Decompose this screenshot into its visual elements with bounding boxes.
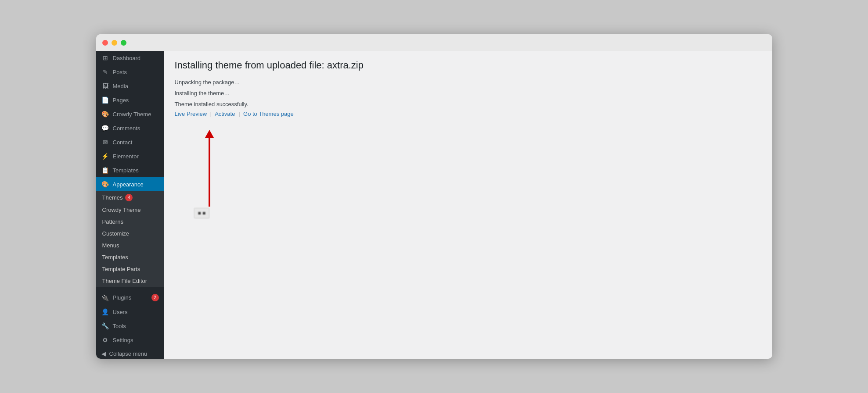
arrow-head: [205, 130, 214, 138]
main-content: Installing theme from uploaded file: axt…: [164, 51, 772, 359]
message-unpacking: Unpacking the package…: [175, 78, 762, 87]
appearance-submenu: Themes 4 Crowdy Theme Patterns Customize…: [96, 191, 164, 287]
sidebar-item-label: Posts: [113, 69, 127, 75]
sidebar-item-label: Media: [113, 83, 128, 89]
separator-1: |: [210, 111, 212, 117]
crowdy-theme-icon: 🎨: [101, 111, 109, 118]
templates-sub-label: Templates: [102, 254, 128, 261]
media-icon: 🖼: [101, 82, 109, 89]
sidebar-item-label: Appearance: [113, 181, 144, 188]
sidebar: ⊞ Dashboard ✎ Posts 🖼 Media 📄 Pages 🎨 Cr…: [96, 51, 164, 359]
install-messages: Unpacking the package… Installing the th…: [175, 78, 762, 109]
sidebar-item-dashboard[interactable]: ⊞ Dashboard: [96, 51, 164, 65]
pages-icon: 📄: [101, 96, 109, 104]
message-installing: Installing the theme…: [175, 89, 762, 98]
sidebar-item-label: Users: [113, 309, 128, 315]
sidebar-item-label: Comments: [113, 125, 140, 132]
sidebar-item-appearance[interactable]: 🎨 Appearance: [96, 177, 164, 191]
separator-2: |: [238, 111, 240, 117]
collapse-menu-button[interactable]: ◀ Collapse menu: [96, 347, 164, 359]
sidebar-item-media[interactable]: 🖼 Media: [96, 79, 164, 93]
go-to-themes-link[interactable]: Go to Themes page: [243, 111, 294, 117]
sidebar-item-pages[interactable]: 📄 Pages: [96, 93, 164, 107]
collapse-label: Collapse menu: [109, 350, 148, 357]
submenu-patterns[interactable]: Patterns: [96, 216, 164, 228]
submenu-templates[interactable]: Templates: [96, 251, 164, 263]
message-success: Theme installed successfully.: [175, 100, 762, 109]
menus-label: Menus: [102, 242, 119, 249]
sidebar-item-settings[interactable]: ⚙ Settings: [96, 333, 164, 347]
sidebar-item-label: Crowdy Theme: [113, 111, 151, 118]
theme-file-editor-label: Theme File Editor: [102, 278, 148, 284]
sidebar-item-label: Pages: [113, 97, 129, 104]
crowdy-theme-sub-label: Crowdy Theme: [102, 207, 141, 213]
maximize-button[interactable]: [121, 40, 126, 46]
customize-label: Customize: [102, 230, 129, 237]
activate-link[interactable]: Activate: [215, 111, 235, 117]
templates-icon: 📋: [101, 167, 109, 174]
minimize-button[interactable]: [112, 40, 117, 46]
tools-icon: 🔧: [101, 322, 109, 329]
collapse-icon: ◀: [101, 350, 106, 357]
patterns-label: Patterns: [102, 218, 123, 225]
sidebar-item-label: Contact: [113, 139, 133, 146]
posts-icon: ✎: [101, 68, 109, 75]
submenu-template-parts[interactable]: Template Parts: [96, 263, 164, 275]
arrow-shaft: [209, 138, 210, 207]
settings-icon: ⚙: [101, 336, 109, 343]
page-title: Installing theme from uploaded file: axt…: [175, 60, 762, 71]
sidebar-item-label: Tools: [113, 323, 126, 329]
sidebar-item-contact[interactable]: ✉ Contact: [96, 135, 164, 149]
plugins-icon: 🔌: [101, 294, 109, 301]
annotation-arrow: [203, 130, 216, 207]
sidebar-item-label: Plugins: [113, 294, 132, 301]
sidebar-item-comments[interactable]: 💬 Comments: [96, 121, 164, 135]
submenu-customize[interactable]: Customize: [96, 228, 164, 239]
close-button[interactable]: [102, 40, 108, 46]
app-body: ⊞ Dashboard ✎ Posts 🖼 Media 📄 Pages 🎨 Cr…: [96, 51, 772, 359]
dashboard-icon: ⊞: [101, 54, 109, 61]
appearance-icon: 🎨: [101, 181, 109, 188]
users-icon: 👤: [101, 308, 109, 315]
template-parts-label: Template Parts: [102, 266, 140, 272]
plugins-badge: 2: [151, 294, 159, 301]
submenu-themes[interactable]: Themes 4: [96, 191, 164, 204]
sidebar-item-posts[interactable]: ✎ Posts: [96, 65, 164, 79]
live-preview-link[interactable]: Live Preview: [175, 111, 207, 117]
submenu-crowdy-theme[interactable]: Crowdy Theme: [96, 204, 164, 216]
themes-label: Themes: [102, 194, 123, 201]
sidebar-item-templates[interactable]: 📋 Templates: [96, 163, 164, 177]
sidebar-item-crowdy-theme[interactable]: 🎨 Crowdy Theme: [96, 107, 164, 121]
comments-icon: 💬: [101, 125, 109, 132]
elementor-icon: ⚡: [101, 153, 109, 160]
browser-window: ⊞ Dashboard ✎ Posts 🖼 Media 📄 Pages 🎨 Cr…: [96, 34, 772, 359]
themes-badge: 4: [125, 194, 133, 201]
sidebar-item-label: Settings: [113, 337, 133, 343]
titlebar: [96, 34, 772, 51]
submenu-menus[interactable]: Menus: [96, 239, 164, 251]
contact-icon: ✉: [101, 139, 109, 146]
sidebar-item-users[interactable]: 👤 Users: [96, 305, 164, 319]
sidebar-item-plugins[interactable]: 🔌 Plugins 2: [96, 290, 164, 305]
arrow-target-element: ■ ■: [194, 208, 210, 218]
sidebar-item-label: Dashboard: [113, 55, 141, 61]
sidebar-item-label: Elementor: [113, 153, 139, 160]
action-links: Live Preview | Activate | Go to Themes p…: [175, 111, 762, 117]
sidebar-item-elementor[interactable]: ⚡ Elementor: [96, 149, 164, 163]
submenu-theme-file-editor[interactable]: Theme File Editor: [96, 275, 164, 287]
sidebar-item-tools[interactable]: 🔧 Tools: [96, 319, 164, 333]
sidebar-item-label: Templates: [113, 167, 139, 174]
